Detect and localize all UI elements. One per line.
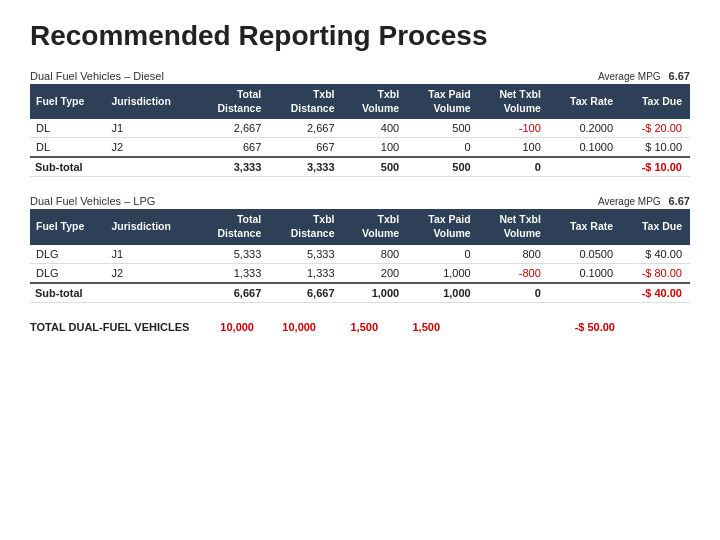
table-cell: 0.2000 bbox=[549, 119, 621, 138]
table-cell: -100 bbox=[479, 119, 549, 138]
subtotal-cell bbox=[549, 283, 621, 303]
table-cell: 1,333 bbox=[269, 263, 342, 283]
table-cell: 0.1000 bbox=[549, 138, 621, 158]
table-row: DLGJ21,3331,3332001,000-8000.1000-$ 80.0… bbox=[30, 263, 690, 283]
table-cell: $ 10.00 bbox=[621, 138, 690, 158]
lpg-section: Dual Fuel Vehicles – LPG Average MPG 6.6… bbox=[30, 195, 690, 302]
lpg-col-fueltype: Fuel Type bbox=[30, 209, 106, 244]
diesel-avg-mpg-value: 6.67 bbox=[669, 70, 690, 82]
subtotal-cell: 3,333 bbox=[269, 157, 342, 177]
table-cell: 0.1000 bbox=[549, 263, 621, 283]
lpg-col-txbl-distance: TxblDistance bbox=[269, 209, 342, 244]
diesel-col-txbl-distance: TxblDistance bbox=[269, 84, 342, 119]
lpg-col-jurisdiction: Jurisdiction bbox=[106, 209, 196, 244]
lpg-avg-mpg-value: 6.67 bbox=[669, 195, 690, 207]
total-total-distance: 10,000 bbox=[200, 321, 262, 333]
table-cell: -800 bbox=[479, 263, 549, 283]
subtotal-label: Sub-total bbox=[30, 157, 196, 177]
lpg-col-net-txbl-volume: Net TxblVolume bbox=[479, 209, 549, 244]
table-cell: 667 bbox=[196, 138, 269, 158]
table-cell: -$ 80.00 bbox=[621, 263, 690, 283]
subtotal-cell: -$ 40.00 bbox=[621, 283, 690, 303]
table-cell: 200 bbox=[343, 263, 408, 283]
diesel-col-tax-due: Tax Due bbox=[621, 84, 690, 119]
table-cell: -$ 20.00 bbox=[621, 119, 690, 138]
lpg-col-total-distance: TotalDistance bbox=[196, 209, 269, 244]
subtotal-cell bbox=[549, 157, 621, 177]
diesel-col-tax-rate: Tax Rate bbox=[549, 84, 621, 119]
diesel-col-jurisdiction: Jurisdiction bbox=[106, 84, 196, 119]
table-cell: DLG bbox=[30, 263, 106, 283]
table-cell: J1 bbox=[106, 119, 196, 138]
table-cell: 2,667 bbox=[269, 119, 342, 138]
total-tax-due: -$ 50.00 bbox=[553, 321, 623, 333]
diesel-col-txbl-volume: TxblVolume bbox=[343, 84, 408, 119]
table-cell: DL bbox=[30, 138, 106, 158]
diesel-avg-mpg-label: Average MPG bbox=[598, 71, 661, 82]
subtotal-cell: 0 bbox=[479, 283, 549, 303]
table-cell: DL bbox=[30, 119, 106, 138]
diesel-col-tax-paid-volume: Tax PaidVolume bbox=[407, 84, 478, 119]
lpg-avg-mpg-label: Average MPG bbox=[598, 196, 661, 207]
table-cell: 100 bbox=[479, 138, 549, 158]
table-cell: 2,667 bbox=[196, 119, 269, 138]
table-cell: J2 bbox=[106, 263, 196, 283]
lpg-section-title: Dual Fuel Vehicles – LPG bbox=[30, 195, 155, 207]
table-row: DLGJ15,3335,33380008000.0500$ 40.00 bbox=[30, 245, 690, 264]
table-row: DLJ266766710001000.1000$ 10.00 bbox=[30, 138, 690, 158]
subtotal-cell: 6,667 bbox=[196, 283, 269, 303]
table-cell: J2 bbox=[106, 138, 196, 158]
table-cell: 5,333 bbox=[196, 245, 269, 264]
subtotal-cell: 3,333 bbox=[196, 157, 269, 177]
lpg-col-txbl-volume: TxblVolume bbox=[343, 209, 408, 244]
table-cell: J1 bbox=[106, 245, 196, 264]
subtotal-cell: 500 bbox=[407, 157, 478, 177]
subtotal-label: Sub-total bbox=[30, 283, 196, 303]
subtotal-cell: 1,000 bbox=[343, 283, 408, 303]
subtotal-cell: 1,000 bbox=[407, 283, 478, 303]
subtotal-row: Sub-total3,3333,3335005000-$ 10.00 bbox=[30, 157, 690, 177]
diesel-col-fueltype: Fuel Type bbox=[30, 84, 106, 119]
diesel-section: Dual Fuel Vehicles – Diesel Average MPG … bbox=[30, 70, 690, 177]
subtotal-cell: 0 bbox=[479, 157, 549, 177]
table-cell: 0.0500 bbox=[549, 245, 621, 264]
total-label: TOTAL DUAL-FUEL VEHICLES bbox=[30, 321, 200, 333]
table-cell: 667 bbox=[269, 138, 342, 158]
lpg-col-tax-rate: Tax Rate bbox=[549, 209, 621, 244]
table-cell: 400 bbox=[343, 119, 408, 138]
table-cell: 1,333 bbox=[196, 263, 269, 283]
table-cell: DLG bbox=[30, 245, 106, 264]
total-tax-paid-volume: 1,500 bbox=[386, 321, 448, 333]
table-cell: 800 bbox=[343, 245, 408, 264]
diesel-col-net-txbl-volume: Net TxblVolume bbox=[479, 84, 549, 119]
table-cell: 0 bbox=[407, 245, 478, 264]
table-cell: 100 bbox=[343, 138, 408, 158]
subtotal-cell: 500 bbox=[343, 157, 408, 177]
diesel-col-total-distance: TotalDistance bbox=[196, 84, 269, 119]
subtotal-cell: -$ 10.00 bbox=[621, 157, 690, 177]
table-cell: 5,333 bbox=[269, 245, 342, 264]
table-cell: 1,000 bbox=[407, 263, 478, 283]
total-txbl-volume: 1,500 bbox=[324, 321, 386, 333]
diesel-section-title: Dual Fuel Vehicles – Diesel bbox=[30, 70, 164, 82]
lpg-col-tax-due: Tax Due bbox=[621, 209, 690, 244]
subtotal-row: Sub-total6,6676,6671,0001,0000-$ 40.00 bbox=[30, 283, 690, 303]
table-cell: $ 40.00 bbox=[621, 245, 690, 264]
table-cell: 500 bbox=[407, 119, 478, 138]
subtotal-cell: 6,667 bbox=[269, 283, 342, 303]
table-row: DLJ12,6672,667400500-1000.2000-$ 20.00 bbox=[30, 119, 690, 138]
diesel-table: Fuel Type Jurisdiction TotalDistance Txb… bbox=[30, 84, 690, 177]
page-title: Recommended Reporting Process bbox=[30, 20, 690, 52]
table-cell: 0 bbox=[407, 138, 478, 158]
lpg-col-tax-paid-volume: Tax PaidVolume bbox=[407, 209, 478, 244]
total-txbl-distance: 10,000 bbox=[262, 321, 324, 333]
table-cell: 800 bbox=[479, 245, 549, 264]
lpg-table: Fuel Type Jurisdiction TotalDistance Txb… bbox=[30, 209, 690, 302]
